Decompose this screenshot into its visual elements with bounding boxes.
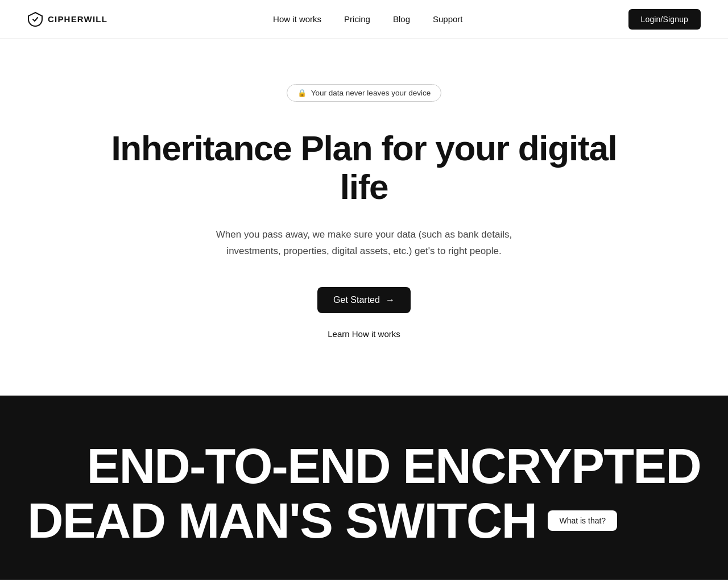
learn-how-link[interactable]: Learn How it works [328, 329, 400, 339]
dark-section: END-TO-END ENCRYPTED DEAD MAN'S SWITCH W… [0, 396, 728, 580]
hero-heading: Inheritance Plan for your digital life [108, 129, 620, 206]
nav-link-pricing[interactable]: Pricing [344, 14, 370, 24]
badge-text: Your data never leaves your device [311, 89, 431, 97]
data-badge: 🔒 Your data never leaves your device [287, 84, 441, 102]
nav-item-pricing[interactable]: Pricing [344, 14, 370, 24]
switch-row: DEAD MAN'S SWITCH What is that? [27, 496, 701, 546]
lock-icon: 🔒 [297, 89, 307, 97]
logo[interactable]: CIPHERWILL [27, 11, 107, 27]
switch-title: DEAD MAN'S SWITCH [27, 496, 536, 546]
nav-links: How it works Pricing Blog Support [273, 14, 462, 24]
nav-item-blog[interactable]: Blog [393, 14, 410, 24]
get-started-button[interactable]: Get Started → [317, 287, 411, 313]
hero-description: When you pass away, we make sure your da… [205, 227, 523, 260]
logo-text: CIPHERWILL [48, 14, 107, 24]
nav-link-support[interactable]: Support [433, 14, 463, 24]
nav-link-blog[interactable]: Blog [393, 14, 410, 24]
nav-item-support[interactable]: Support [433, 14, 463, 24]
logo-icon [27, 11, 43, 27]
arrow-icon: → [386, 295, 395, 305]
encrypted-title: END-TO-END ENCRYPTED [27, 441, 701, 491]
get-started-label: Get Started [333, 295, 380, 305]
navbar: CIPHERWILL How it works Pricing Blog Sup… [0, 0, 728, 39]
nav-link-how-it-works[interactable]: How it works [273, 14, 321, 24]
nav-item-how-it-works[interactable]: How it works [273, 14, 321, 24]
what-is-that-button[interactable]: What is that? [548, 510, 617, 531]
login-signup-button[interactable]: Login/Signup [628, 9, 701, 30]
hero-section: 🔒 Your data never leaves your device Inh… [0, 39, 728, 396]
